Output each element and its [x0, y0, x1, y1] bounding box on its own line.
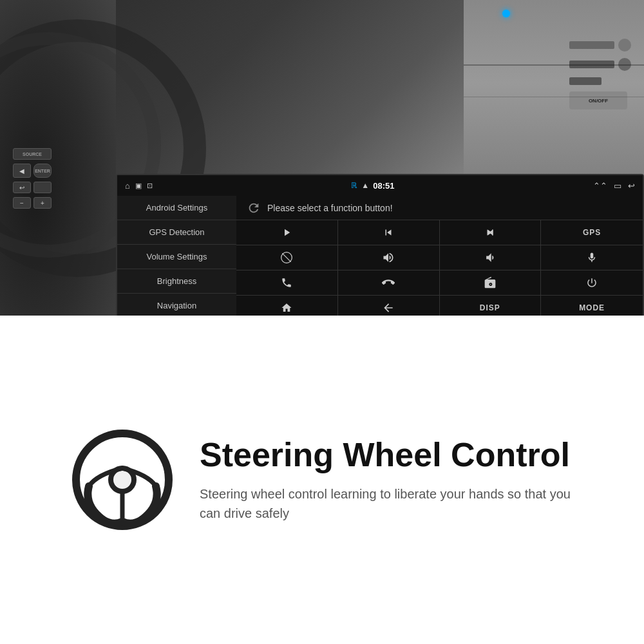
sidebar: Android Settings GPS Detection Volume Se…	[117, 196, 236, 316]
home-icon[interactable]: ⌂	[125, 181, 130, 191]
car-photo: SOURCE ◀ ENTER ↩ −	[0, 0, 644, 316]
car-interior-left: SOURCE ◀ ENTER ↩ −	[0, 0, 116, 316]
refresh-icon[interactable]	[247, 201, 261, 215]
bottom-inner: Steering Wheel Control Steering wheel co…	[71, 428, 573, 531]
sidebar-item-gps-detection[interactable]: GPS Detection	[117, 220, 236, 245]
fn-skip-forward[interactable]	[440, 220, 542, 245]
fn-phone[interactable]	[236, 270, 338, 296]
function-panel: Please select a function button! GPS	[236, 196, 643, 316]
fn-disp[interactable]: DISP	[440, 296, 542, 316]
fn-back[interactable]	[338, 296, 440, 316]
back-icon[interactable]: ↩	[628, 181, 635, 191]
fn-volume-up[interactable]	[338, 245, 440, 270]
function-title: Please select a function button!	[267, 203, 393, 213]
bottom-section: Steering Wheel Control Steering wheel co…	[0, 316, 644, 644]
svg-line-1	[283, 253, 291, 261]
fn-mode[interactable]: MODE	[541, 296, 643, 316]
head-unit: ⌂ ▣ ⊡ ℝ ▲ 08:51 ⌃⌃ ▭ ↩ Android Settings …	[116, 174, 644, 316]
steering-wheel-icon	[71, 428, 174, 531]
status-bar: ⌂ ▣ ⊡ ℝ ▲ 08:51 ⌃⌃ ▭ ↩	[117, 175, 643, 196]
fn-mic[interactable]	[541, 245, 643, 270]
time-display: 08:51	[373, 181, 394, 191]
screen-icon[interactable]: ▣	[135, 182, 142, 190]
function-header: Please select a function button!	[236, 196, 643, 220]
function-grid: GPS	[236, 220, 643, 316]
fn-radio[interactable]	[440, 270, 542, 296]
nav-up-icon[interactable]: ⌃⌃	[593, 181, 607, 191]
wifi-icon: ▲	[361, 181, 369, 190]
fn-power[interactable]	[541, 270, 643, 296]
cast-icon[interactable]: ⊡	[147, 182, 153, 190]
fn-gps[interactable]: GPS	[541, 220, 643, 245]
main-content: Android Settings GPS Detection Volume Se…	[117, 196, 643, 316]
recents-icon[interactable]: ▭	[614, 181, 621, 191]
fn-skip-back[interactable]	[338, 220, 440, 245]
steering-info: Steering Wheel Control Steering wheel co…	[200, 437, 573, 522]
steering-desc: Steering wheel control learning to liber…	[200, 484, 573, 523]
fn-mute[interactable]	[236, 245, 338, 270]
sidebar-item-brightness[interactable]: Brightness	[117, 269, 236, 294]
fn-hang-up[interactable]	[338, 270, 440, 296]
fn-volume-down[interactable]	[440, 245, 542, 270]
sidebar-item-volume-settings[interactable]: Volume Settings	[117, 245, 236, 269]
fn-play[interactable]	[236, 220, 338, 245]
fn-home[interactable]	[236, 296, 338, 316]
sidebar-item-android-settings[interactable]: Android Settings	[117, 196, 236, 220]
steering-title: Steering Wheel Control	[200, 437, 573, 473]
sidebar-item-navigation[interactable]: Navigation	[117, 294, 236, 316]
bluetooth-icon: ℝ	[351, 181, 357, 190]
